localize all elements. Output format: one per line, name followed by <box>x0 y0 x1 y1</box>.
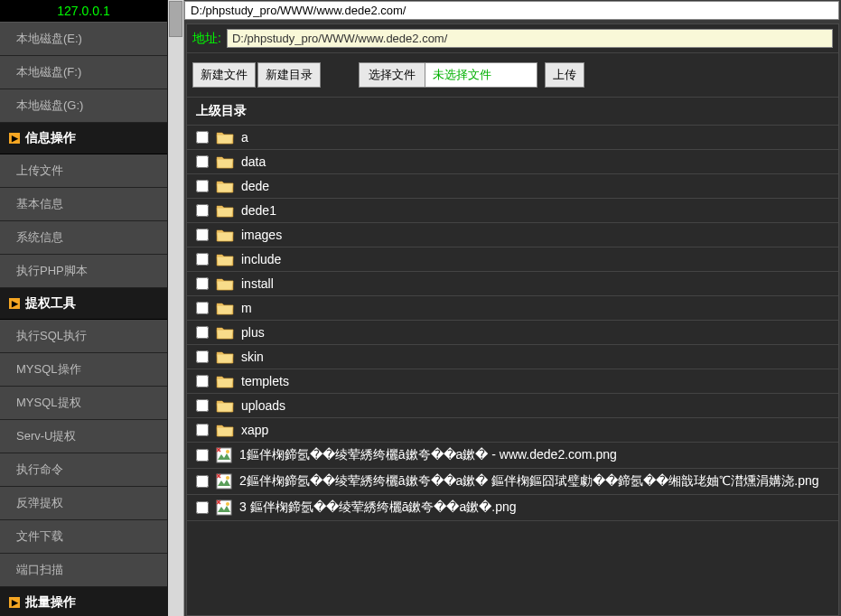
row-checkbox[interactable] <box>196 253 209 266</box>
folder-row[interactable]: include <box>187 247 838 272</box>
entry-name: uploads <box>241 398 285 413</box>
drive-item[interactable]: 本地磁盘(E:) <box>0 23 167 56</box>
file-chooser: 选择文件 未选择文件 <box>359 62 537 88</box>
row-checkbox[interactable] <box>196 475 209 488</box>
row-checkbox[interactable] <box>196 399 209 412</box>
row-checkbox[interactable] <box>196 375 209 387</box>
folder-row[interactable]: a <box>187 126 838 150</box>
top-path-bar[interactable]: D:/phpstudy_pro/WWW/www.dede2.com/ <box>184 1 839 20</box>
entry-name: install <box>241 276 274 291</box>
folder-icon <box>216 179 234 193</box>
sidebar: 127.0.0.1 本地磁盘(E:)本地磁盘(F:)本地磁盘(G:)▶信息操作上… <box>0 0 168 616</box>
entry-name: m <box>241 301 252 315</box>
row-checkbox[interactable] <box>196 424 209 436</box>
nav-item[interactable]: 执行命令 <box>0 453 167 487</box>
new-file-button[interactable]: 新建文件 <box>192 62 256 88</box>
arrow-icon: ▶ <box>9 597 20 608</box>
sidebar-scrollbar[interactable] <box>168 0 184 616</box>
ip-header: 127.0.0.1 <box>0 0 167 23</box>
entry-name: dede <box>241 179 269 193</box>
nav-item[interactable]: MYSQL提权 <box>0 387 167 420</box>
nav-item[interactable]: 上传文件 <box>0 154 167 188</box>
nav-section-header[interactable]: ▶信息操作 <box>0 123 167 154</box>
nav-item[interactable]: MYSQL操作 <box>0 353 167 387</box>
folder-row[interactable]: dede1 <box>187 199 838 223</box>
nav-item[interactable]: 反弹提权 <box>0 487 167 520</box>
folder-icon <box>216 228 234 242</box>
row-checkbox[interactable] <box>196 326 209 339</box>
nav-item[interactable]: Serv-U提权 <box>0 420 167 453</box>
arrow-icon: ▶ <box>9 133 20 144</box>
folder-icon <box>216 301 234 315</box>
row-checkbox[interactable] <box>196 350 209 363</box>
main-panel: D:/phpstudy_pro/WWW/www.dede2.com/ 地址: 新… <box>168 0 841 616</box>
entry-name: dede1 <box>241 203 276 218</box>
new-dir-button[interactable]: 新建目录 <box>257 62 321 88</box>
folder-icon <box>216 130 234 145</box>
nav-item[interactable]: 执行SQL执行 <box>0 320 167 353</box>
file-row[interactable]: 3 鏂伴椈鍗氬��绫荤綉绔欐ā鏉夸��a鏉�.png <box>187 495 838 521</box>
nav-item[interactable]: 基本信息 <box>0 188 167 221</box>
row-checkbox[interactable] <box>196 302 209 314</box>
row-checkbox[interactable] <box>196 449 209 462</box>
folder-icon <box>216 374 234 388</box>
drive-item[interactable]: 本地磁盘(G:) <box>0 89 167 123</box>
folder-icon <box>216 252 234 266</box>
svg-point-5 <box>226 502 229 506</box>
folder-icon <box>216 154 234 169</box>
row-checkbox[interactable] <box>196 131 209 144</box>
entry-name: 3 鏂伴椈鍗氬��绫荤綉绔欐ā鏉夸��a鏉�.png <box>239 499 517 516</box>
address-input[interactable] <box>227 29 833 48</box>
entry-name: data <box>241 154 266 169</box>
parent-dir-link[interactable]: 上级目录 <box>187 98 838 126</box>
nav-item[interactable]: 执行PHP脚本 <box>0 255 167 288</box>
row-checkbox[interactable] <box>196 180 209 192</box>
row-checkbox[interactable] <box>196 204 209 217</box>
choose-file-button[interactable]: 选择文件 <box>360 63 425 87</box>
folder-row[interactable]: images <box>187 223 838 247</box>
entry-name: plus <box>241 325 265 340</box>
entry-name: skin <box>241 350 264 364</box>
drive-item[interactable]: 本地磁盘(F:) <box>0 56 167 89</box>
folder-row[interactable]: uploads <box>187 394 838 418</box>
image-file-icon <box>216 447 232 463</box>
toolbar: 新建文件 新建目录 选择文件 未选择文件 上传 <box>187 53 838 98</box>
file-row[interactable]: 2鏂伴椈鍗氬��绫荤綉绔欐ā鏉夸��a鏉� 鏂伴椈鏂囧珷璧勮��鍗氬��缃戠珯妯… <box>187 469 838 495</box>
scroll-thumb[interactable] <box>169 1 182 37</box>
folder-row[interactable]: templets <box>187 369 838 394</box>
folder-row[interactable]: plus <box>187 321 838 345</box>
folder-row[interactable]: xapp <box>187 418 838 443</box>
folder-icon <box>216 276 234 291</box>
row-checkbox[interactable] <box>196 501 209 514</box>
file-row[interactable]: 1鏂伴椈鍗氬��绫荤綉绔欐ā鏉夸��a鏉� - www.dede2.com.pn… <box>187 443 838 469</box>
entry-name: images <box>241 228 282 242</box>
entry-name: 1鏂伴椈鍗氬��绫荤綉绔欐ā鏉夸��a鏉� - www.dede2.com.pn… <box>239 447 617 463</box>
entry-name: templets <box>241 374 289 388</box>
folder-row[interactable]: data <box>187 150 838 174</box>
nav-item[interactable]: 系统信息 <box>0 221 167 255</box>
folder-row[interactable]: dede <box>187 174 838 199</box>
svg-point-1 <box>226 450 229 453</box>
arrow-icon: ▶ <box>9 298 20 309</box>
folder-icon <box>216 423 234 437</box>
address-label: 地址: <box>192 31 221 47</box>
entry-name: a <box>241 130 248 145</box>
upload-button[interactable]: 上传 <box>545 62 584 88</box>
svg-point-3 <box>226 476 229 480</box>
folder-row[interactable]: skin <box>187 345 838 369</box>
row-checkbox[interactable] <box>196 155 209 168</box>
nav-section-header[interactable]: ▶提权工具 <box>0 288 167 320</box>
row-checkbox[interactable] <box>196 229 209 241</box>
nav-section-header[interactable]: ▶批量操作 <box>0 587 167 616</box>
row-checkbox[interactable] <box>196 277 209 290</box>
nav-section-title: 信息操作 <box>25 130 76 146</box>
image-file-icon <box>216 499 232 516</box>
content-wrap: 地址: 新建文件 新建目录 选择文件 未选择文件 上传 上级目录 adatade… <box>186 23 839 616</box>
folder-row[interactable]: install <box>187 272 838 296</box>
folder-icon <box>216 203 234 218</box>
nav-item[interactable]: 端口扫描 <box>0 554 167 587</box>
folder-row[interactable]: m <box>187 296 838 321</box>
no-file-label: 未选择文件 <box>425 67 537 83</box>
nav-item[interactable]: 文件下载 <box>0 520 167 554</box>
folder-icon <box>216 325 234 340</box>
